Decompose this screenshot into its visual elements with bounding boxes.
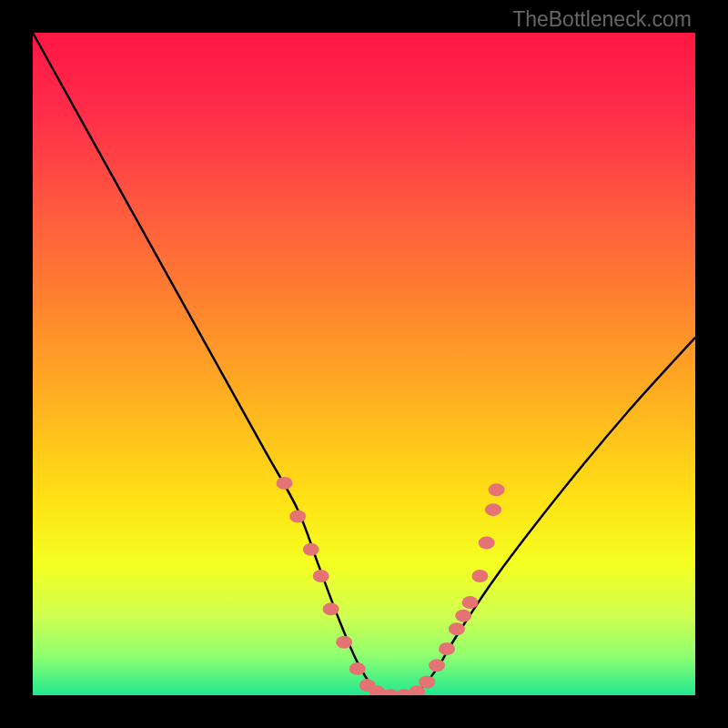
data-marker bbox=[439, 642, 455, 655]
data-marker bbox=[313, 570, 329, 582]
curve-layer bbox=[33, 33, 695, 695]
data-marker bbox=[449, 622, 465, 635]
watermark-text: TheBottleneck.com bbox=[512, 7, 692, 32]
data-marker bbox=[479, 537, 495, 550]
data-marker bbox=[485, 503, 501, 516]
data-marker bbox=[323, 602, 339, 615]
data-marker bbox=[489, 483, 505, 496]
data-marker bbox=[277, 477, 293, 490]
data-marker bbox=[289, 510, 306, 522]
data-marker bbox=[303, 543, 319, 556]
data-marker bbox=[349, 662, 366, 675]
data-marker bbox=[419, 675, 435, 688]
data-marker bbox=[461, 596, 478, 609]
data-marker bbox=[455, 610, 471, 622]
data-marker bbox=[336, 636, 352, 649]
data-marker bbox=[471, 570, 488, 582]
bottleneck-curve bbox=[33, 33, 695, 695]
data-markers bbox=[277, 477, 505, 695]
plot-area bbox=[33, 33, 695, 695]
chart-container: TheBottleneck.com bbox=[0, 0, 728, 728]
data-marker bbox=[429, 659, 445, 672]
